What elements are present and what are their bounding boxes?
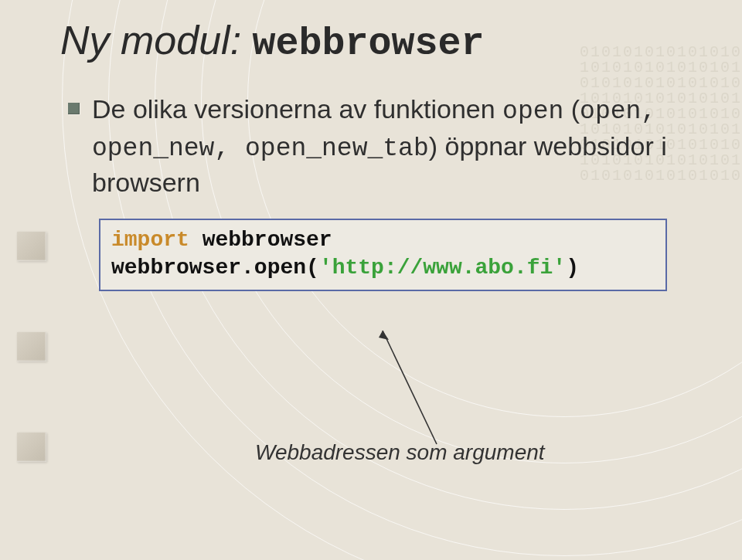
paren: ( [563,94,580,124]
svg-line-0 [383,331,437,444]
code-fn-open2: open [580,97,641,126]
square-icon [17,232,46,261]
paren: ) [429,131,445,161]
sep: , [641,97,656,126]
slide-title: Ny modul: webbrowser [60,17,711,66]
paren: ) [566,256,579,280]
code-string-arg: 'http://www.abo.fi' [319,256,566,280]
code-fn-open-new: open_new [92,134,214,163]
sep: , [214,134,245,163]
bullet-icon [68,103,80,114]
paren: ( [306,256,319,280]
code-module: webbrowser [203,228,332,252]
bullet-text-pre: De olika versionerna av funktionen [92,94,502,124]
annotation-label: Webbadressen som argument [255,440,545,465]
code-fn-open: open [502,97,563,126]
code-fn-open-new-tab: open_new_tab [245,134,429,163]
annotation-arrow [340,324,495,448]
space [189,228,203,252]
square-icon [17,433,46,462]
square-icon [17,332,46,361]
code-function: open [254,256,306,280]
code-example: import webbrowser webbrowser.open('http:… [99,219,667,291]
decorative-squares [17,232,46,533]
code-object: webbrowser [111,256,241,280]
title-module-name: webbrowser [253,22,485,66]
title-prefix: Ny modul: [60,18,253,63]
code-keyword-import: import [111,228,189,252]
dot: . [241,256,254,280]
bullet-item: De olika versionerna av funktionen open … [68,92,711,200]
bullet-text: De olika versionerna av funktionen open … [92,92,711,200]
